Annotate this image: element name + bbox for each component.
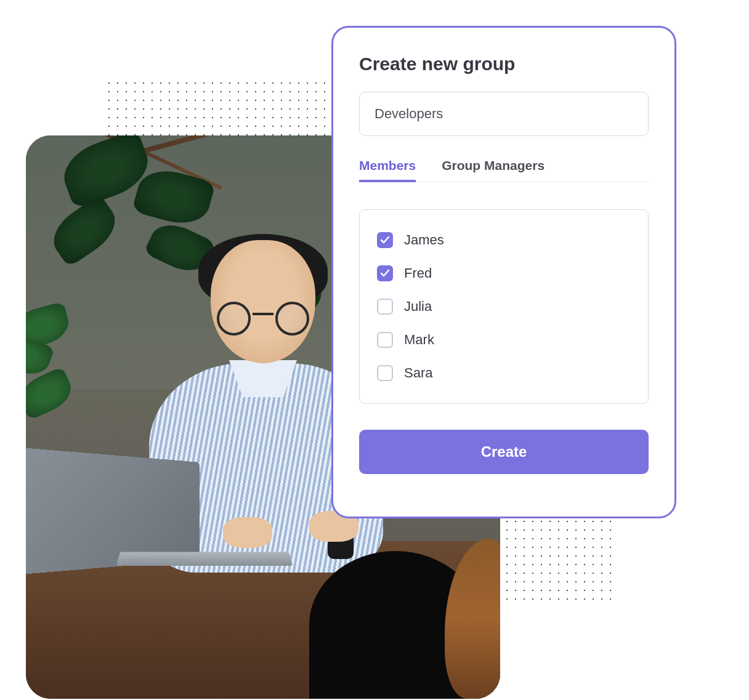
member-name-label: James <box>404 232 444 248</box>
member-name-label: Fred <box>404 265 432 281</box>
check-icon <box>380 235 390 245</box>
group-name-input[interactable] <box>359 92 649 136</box>
tabs-bar: Members Group Managers <box>359 158 649 182</box>
checkbox-sara[interactable] <box>377 365 393 381</box>
member-row: Mark <box>377 323 631 356</box>
member-row: Julia <box>377 290 631 323</box>
card-title: Create new group <box>359 54 649 74</box>
tab-group-managers[interactable]: Group Managers <box>442 158 545 182</box>
check-icon <box>380 268 390 278</box>
member-row: Sara <box>377 356 631 390</box>
members-list: James Fred Julia Mark Sara <box>359 209 649 404</box>
member-name-label: Julia <box>404 299 432 315</box>
create-group-card: Create new group Members Group Managers … <box>331 26 676 518</box>
create-button[interactable]: Create <box>359 430 649 474</box>
checkbox-julia[interactable] <box>377 299 393 315</box>
member-row: Fred <box>377 257 631 290</box>
checkbox-fred[interactable] <box>377 265 393 281</box>
member-row: James <box>377 223 631 257</box>
checkbox-mark[interactable] <box>377 332 393 348</box>
checkbox-james[interactable] <box>377 232 393 248</box>
member-name-label: Sara <box>404 365 432 381</box>
member-name-label: Mark <box>404 332 434 348</box>
tab-members[interactable]: Members <box>359 158 416 182</box>
